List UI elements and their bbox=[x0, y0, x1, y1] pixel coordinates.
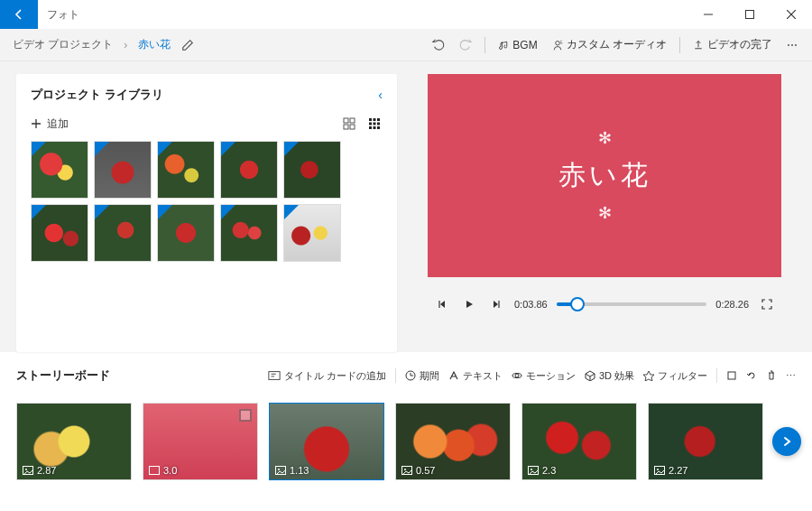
clip-duration: 3.0 bbox=[163, 465, 177, 476]
storyboard-clip[interactable]: 1.13 bbox=[269, 403, 384, 480]
svg-rect-10 bbox=[369, 123, 372, 125]
duration: 0:28.26 bbox=[715, 299, 749, 310]
play-button[interactable] bbox=[460, 295, 478, 313]
svg-point-2 bbox=[555, 41, 559, 45]
used-badge-icon bbox=[158, 142, 172, 156]
more-storyboard-button[interactable]: ⋯ bbox=[786, 370, 796, 382]
preview-canvas[interactable]: ✻ 赤い花 ✻ bbox=[428, 74, 781, 277]
library-item[interactable] bbox=[157, 204, 215, 262]
storyboard-title-card[interactable]: 3.0 bbox=[143, 403, 258, 480]
breadcrumb-current[interactable]: 赤い花 bbox=[133, 37, 176, 52]
title-card-icon bbox=[239, 409, 252, 422]
library-thumbnails bbox=[31, 141, 383, 262]
used-badge-icon bbox=[221, 205, 235, 219]
used-badge-icon bbox=[158, 205, 172, 219]
image-icon bbox=[149, 466, 160, 475]
svg-point-33 bbox=[531, 469, 532, 470]
player-bar: 0:03.86 0:28.26 bbox=[428, 277, 781, 331]
prev-frame-button[interactable] bbox=[433, 295, 451, 313]
used-badge-icon bbox=[32, 142, 46, 156]
view-small-icon[interactable] bbox=[366, 116, 383, 132]
motion-button[interactable]: モーション bbox=[512, 369, 576, 383]
library-item[interactable] bbox=[220, 141, 278, 199]
library-title: プロジェクト ライブラリ bbox=[31, 87, 163, 103]
svg-point-29 bbox=[278, 469, 280, 470]
3d-effects-button[interactable]: 3D 効果 bbox=[585, 369, 634, 383]
svg-rect-9 bbox=[377, 118, 380, 121]
rotate-button[interactable] bbox=[746, 370, 757, 381]
svg-rect-12 bbox=[377, 123, 380, 125]
main-area: プロジェクト ライブラリ ‹ 追加 bbox=[0, 61, 812, 352]
library-item[interactable] bbox=[94, 204, 152, 262]
redo-button[interactable] bbox=[452, 29, 479, 60]
library-panel: プロジェクト ライブラリ ‹ 追加 bbox=[16, 74, 397, 352]
library-item[interactable] bbox=[283, 141, 341, 199]
library-item[interactable] bbox=[283, 204, 341, 262]
view-large-icon[interactable] bbox=[341, 116, 357, 132]
library-item[interactable] bbox=[157, 141, 215, 199]
custom-audio-button[interactable]: カスタム オーディオ bbox=[545, 29, 674, 60]
divider bbox=[679, 37, 680, 53]
rename-icon[interactable] bbox=[181, 39, 194, 51]
svg-rect-15 bbox=[377, 126, 380, 129]
next-frame-button[interactable] bbox=[487, 295, 505, 313]
window-controls bbox=[687, 0, 812, 29]
fullscreen-button[interactable] bbox=[758, 295, 776, 313]
used-badge-icon bbox=[95, 142, 109, 156]
clip-duration: 0.57 bbox=[416, 465, 435, 476]
close-button[interactable] bbox=[770, 0, 812, 29]
more-button[interactable]: ⋯ bbox=[780, 29, 805, 60]
finish-video-button[interactable]: ビデオの完了 bbox=[686, 29, 780, 60]
text-button[interactable]: テキスト bbox=[448, 369, 503, 383]
duration-button[interactable]: 期間 bbox=[405, 369, 439, 383]
progress-handle[interactable] bbox=[570, 297, 585, 311]
library-item[interactable] bbox=[31, 141, 88, 199]
progress-bar[interactable] bbox=[557, 302, 707, 306]
storyboard-clip[interactable]: 2.87 bbox=[16, 403, 132, 480]
current-time: 0:03.86 bbox=[514, 299, 548, 310]
svg-rect-14 bbox=[374, 126, 376, 129]
svg-point-22 bbox=[515, 374, 519, 377]
svg-rect-11 bbox=[374, 123, 376, 125]
minimize-button[interactable] bbox=[687, 0, 729, 29]
svg-rect-3 bbox=[344, 118, 348, 123]
add-media-button[interactable]: 追加 bbox=[31, 116, 69, 132]
svg-rect-1 bbox=[746, 11, 754, 19]
storyboard-section: ストーリーボード タイトル カードの追加 期間 テキスト モーション 3D 効果… bbox=[0, 352, 812, 480]
collapse-library-button[interactable]: ‹ bbox=[378, 88, 383, 102]
maximize-button[interactable] bbox=[729, 0, 770, 29]
svg-rect-6 bbox=[350, 125, 355, 129]
image-icon bbox=[275, 466, 286, 475]
svg-rect-18 bbox=[269, 372, 280, 380]
breadcrumb-separator: › bbox=[118, 39, 133, 51]
image-icon bbox=[23, 466, 33, 475]
divider bbox=[484, 37, 485, 53]
add-title-card-button[interactable]: タイトル カードの追加 bbox=[268, 369, 386, 383]
scroll-next-button[interactable] bbox=[772, 427, 801, 456]
filters-button[interactable]: フィルター bbox=[643, 369, 707, 383]
svg-rect-27 bbox=[150, 467, 160, 475]
image-icon bbox=[654, 466, 665, 475]
undo-button[interactable] bbox=[425, 29, 452, 60]
image-icon bbox=[401, 466, 412, 475]
library-item[interactable] bbox=[31, 204, 88, 262]
title-deco-icon: ✻ bbox=[598, 128, 612, 148]
delete-button[interactable] bbox=[766, 370, 777, 381]
custom-audio-label: カスタム オーディオ bbox=[567, 37, 667, 52]
library-item[interactable] bbox=[220, 204, 278, 262]
storyboard-clip[interactable]: 2.27 bbox=[648, 403, 763, 480]
storyboard-clip[interactable]: 2.3 bbox=[521, 403, 637, 480]
storyboard-clip[interactable]: 0.57 bbox=[395, 403, 511, 480]
back-button[interactable] bbox=[0, 0, 38, 29]
svg-rect-13 bbox=[369, 126, 372, 129]
storyboard-toolbar: タイトル カードの追加 期間 テキスト モーション 3D 効果 フィルター ⋯ bbox=[268, 368, 796, 383]
used-badge-icon bbox=[221, 142, 235, 156]
crop-button[interactable] bbox=[726, 370, 737, 381]
library-item[interactable] bbox=[94, 141, 152, 199]
breadcrumb-root[interactable]: ビデオ プロジェクト bbox=[7, 37, 118, 52]
image-icon bbox=[528, 466, 539, 475]
svg-rect-24 bbox=[728, 372, 735, 379]
used-badge-icon bbox=[95, 205, 109, 219]
bgm-button[interactable]: BGM bbox=[491, 29, 544, 60]
title-deco-icon: ✻ bbox=[598, 203, 612, 223]
